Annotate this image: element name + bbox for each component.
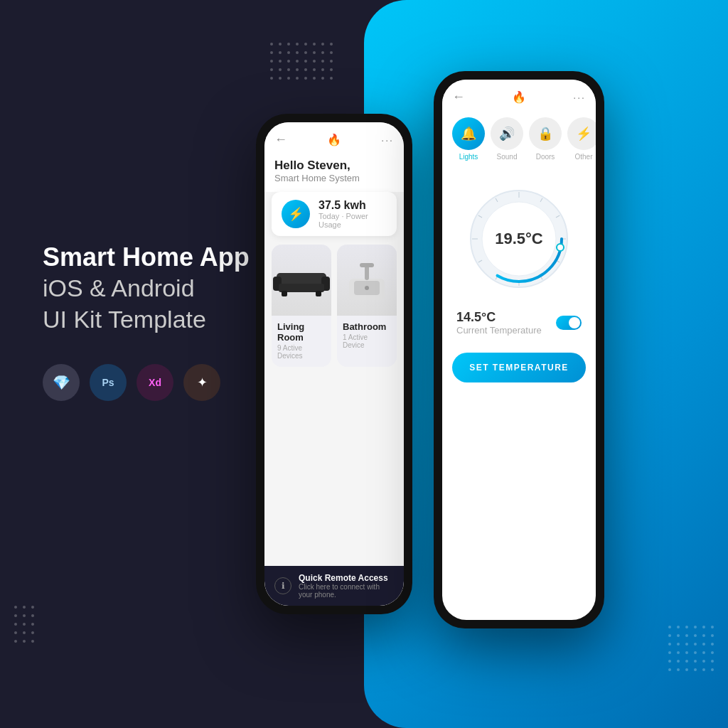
phones-container: ← 🔥 ··· Hello Steven, Smart Home System …: [256, 71, 604, 628]
dial-temperature: 19.5°C: [495, 230, 543, 248]
svg-point-10: [365, 286, 369, 290]
bathroom-card[interactable]: Bathroom 1 Active Device: [337, 245, 397, 367]
notification-icon: ℹ: [274, 577, 291, 594]
dot-grid-bottom-right: [668, 626, 714, 671]
notification-title: Quick Remote Access: [299, 573, 394, 583]
sketch-icon[interactable]: 💎: [43, 364, 80, 401]
living-room-card[interactable]: Living Room 9 Active Devices: [272, 245, 331, 367]
phone1-mockup: ← 🔥 ··· Hello Steven, Smart Home System …: [256, 114, 412, 614]
svg-rect-4: [282, 291, 287, 296]
left-panel: Smart Home App - iOS & Android UI Kit Te…: [43, 242, 265, 401]
figma-icon[interactable]: ✦: [183, 364, 220, 401]
quick-access-notification[interactable]: ℹ Quick Remote Access Click here to conn…: [264, 566, 404, 606]
temperature-dial[interactable]: 19.5°C: [462, 182, 576, 296]
set-temperature-button[interactable]: SET TEMPERATURE: [452, 353, 586, 382]
flame-icon-2: 🔥: [512, 90, 526, 104]
phone1-header: ← 🔥 ···: [264, 122, 404, 153]
sound-tab-label: Sound: [497, 153, 518, 161]
flame-icon: 🔥: [327, 133, 341, 146]
living-room-image: [272, 245, 331, 316]
phone1-greeting: Hello Steven, Smart Home System: [264, 153, 404, 192]
current-temperature-row: 14.5°C Current Temperature: [442, 303, 596, 343]
phone1-screen: ← 🔥 ··· Hello Steven, Smart Home System …: [264, 122, 404, 606]
app-title-line3: UI Kit Template: [43, 304, 265, 335]
svg-point-26: [557, 244, 564, 251]
other-tab-label: Other: [574, 153, 592, 161]
menu-dots-2[interactable]: ···: [573, 92, 586, 103]
back-arrow-icon-2[interactable]: ←: [452, 90, 465, 105]
notification-text: Quick Remote Access Click here to connec…: [299, 573, 394, 599]
sofa-svg: [273, 262, 330, 298]
menu-dots[interactable]: ···: [381, 134, 394, 146]
bathroom-image: [337, 245, 397, 316]
power-usage-card[interactable]: ⚡ 37.5 kwh Today · Power Usage: [272, 192, 397, 236]
app-title-line2: iOS & Android: [43, 272, 265, 304]
adobexd-icon[interactable]: Xd: [136, 364, 173, 401]
svg-rect-9: [360, 263, 374, 267]
svg-rect-5: [316, 291, 321, 296]
rooms-container: Living Room 9 Active Devices: [264, 245, 404, 367]
phone2-mockup: ← 🔥 ··· 🔔 Lights 🔊 Sound 🔒 Doors: [434, 71, 604, 628]
greeting-subtitle: Smart Home System: [274, 173, 394, 183]
bathroom-name: Bathroom: [337, 316, 397, 333]
power-info: 37.5 kwh Today · Power Usage: [318, 199, 387, 229]
power-icon: ⚡: [282, 200, 310, 228]
sink-svg: [346, 261, 388, 300]
dial-center: 19.5°C: [495, 230, 543, 248]
tab-sound[interactable]: 🔊 Sound: [491, 117, 523, 161]
phone2-header: ← 🔥 ···: [442, 80, 596, 110]
living-room-name: Living Room: [272, 316, 331, 344]
tab-other[interactable]: ⚡ Other: [567, 117, 596, 161]
living-room-devices: 9 Active Devices: [272, 344, 331, 360]
notification-subtitle: Click here to connect with your phone.: [299, 583, 394, 599]
doors-tab-label: Doors: [536, 153, 555, 161]
lights-tab-label: Lights: [459, 153, 478, 161]
photoshop-icon[interactable]: Ps: [90, 364, 127, 401]
power-value: 37.5 kwh: [318, 199, 387, 212]
tab-lights[interactable]: 🔔 Lights: [452, 117, 485, 161]
temperature-toggle[interactable]: [556, 316, 582, 330]
sound-tab-icon: 🔊: [491, 117, 523, 150]
current-temp-info: 14.5°C Current Temperature: [456, 310, 542, 336]
power-label: Today · Power Usage: [318, 212, 387, 229]
doors-tab-icon: 🔒: [529, 117, 562, 150]
greeting-hello: Hello Steven,: [274, 159, 394, 173]
current-temp-label: Current Temperature: [456, 325, 542, 336]
back-arrow-icon[interactable]: ←: [274, 132, 287, 147]
app-title-bold: Smart Home App -: [43, 242, 265, 272]
tab-doors[interactable]: 🔒 Doors: [529, 117, 562, 161]
current-temp-value: 14.5°C: [456, 310, 542, 325]
phone2-screen: ← 🔥 ··· 🔔 Lights 🔊 Sound 🔒 Doors: [442, 80, 596, 620]
lights-tab-icon: 🔔: [452, 117, 485, 150]
temperature-dial-container: 19.5°C: [442, 168, 596, 303]
bathroom-devices: 1 Active Device: [337, 333, 397, 349]
device-tabs: 🔔 Lights 🔊 Sound 🔒 Doors ⚡ Other: [442, 110, 596, 168]
tool-icons-container: 💎 Ps Xd ✦: [43, 364, 265, 401]
dot-grid-left: [14, 606, 34, 643]
other-tab-icon: ⚡: [567, 117, 596, 150]
